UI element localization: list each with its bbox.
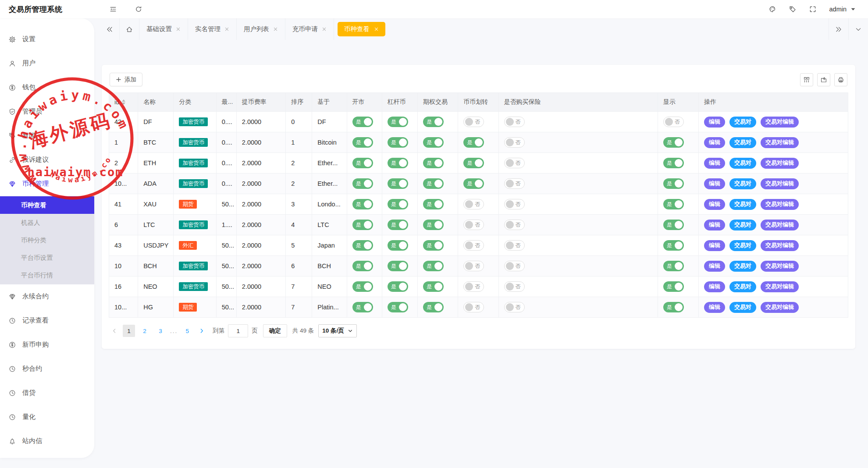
pairs-edit-button[interactable]: 交易对编辑: [761, 240, 799, 251]
toggle-option[interactable]: 是: [423, 220, 444, 230]
tabs-scroll-left-icon[interactable]: [100, 18, 120, 40]
toggle-option[interactable]: 是: [423, 199, 444, 209]
toggle-lever[interactable]: 是: [388, 137, 408, 148]
toggle-lever[interactable]: 是: [388, 302, 408, 312]
toggle-open[interactable]: 是: [352, 261, 373, 271]
toggle-transfer[interactable]: 否: [463, 281, 484, 292]
sidebar-item-lending[interactable]: 借贷: [0, 381, 94, 405]
sidebar-subitem-coin-category[interactable]: 币种分类: [0, 231, 94, 249]
toggle-lever[interactable]: 是: [388, 240, 408, 251]
toggle-show[interactable]: 否: [663, 117, 684, 127]
toggle-lever[interactable]: 是: [388, 199, 408, 209]
edit-button[interactable]: 编辑: [704, 158, 725, 169]
pairs-button[interactable]: 交易对: [729, 158, 756, 169]
page-number-3[interactable]: 3: [154, 325, 167, 337]
toggle-lever[interactable]: 是: [388, 117, 408, 127]
print-button[interactable]: [834, 73, 847, 86]
edit-button[interactable]: 编辑: [704, 302, 725, 313]
sidebar-item-settings[interactable]: 设置: [0, 27, 94, 51]
toggle-insurance[interactable]: 否: [504, 220, 525, 230]
toggle-open[interactable]: 是: [352, 117, 373, 127]
toggle-insurance[interactable]: 否: [504, 281, 525, 292]
tab-deposit-request[interactable]: 充币申请: [285, 18, 334, 40]
pairs-button[interactable]: 交易对: [729, 261, 756, 272]
sidebar-item-wallet[interactable]: 钱包: [0, 75, 94, 99]
toggle-option[interactable]: 是: [423, 240, 444, 251]
toggle-open[interactable]: 是: [352, 281, 373, 292]
toggle-transfer[interactable]: 否: [463, 117, 484, 127]
admin-menu[interactable]: admin: [829, 6, 857, 13]
close-icon[interactable]: [322, 27, 327, 32]
pairs-edit-button[interactable]: 交易对编辑: [761, 178, 799, 189]
page-number-5[interactable]: 5: [181, 325, 193, 337]
close-icon[interactable]: [273, 27, 278, 32]
sidebar-item-admins[interactable]: 管理员: [0, 99, 94, 124]
page-next-icon[interactable]: [197, 328, 206, 334]
toggle-open[interactable]: 是: [352, 220, 373, 230]
toggle-show[interactable]: 是: [663, 158, 684, 168]
toggle-show[interactable]: 是: [663, 178, 684, 189]
toggle-transfer[interactable]: 否: [463, 240, 484, 251]
tab-realname-manage[interactable]: 实名管理: [188, 18, 237, 40]
sidebar-item-site-mail[interactable]: 站内信: [0, 429, 94, 453]
pairs-button[interactable]: 交易对: [729, 281, 756, 292]
tab-basic-settings[interactable]: 基础设置: [139, 18, 188, 40]
sidebar-item-perpetual-contract[interactable]: 永续合约: [0, 284, 94, 308]
sidebar-item-feedback[interactable]: 投诉建议: [0, 148, 94, 172]
toggle-open[interactable]: 是: [352, 240, 373, 251]
add-button[interactable]: 添加: [110, 73, 142, 86]
toggle-transfer[interactable]: 否: [463, 220, 484, 230]
sidebar-subitem-coin-view[interactable]: 币种查看: [0, 196, 94, 214]
tab-coin-view[interactable]: 币种查看: [334, 18, 389, 40]
pairs-button[interactable]: 交易对: [729, 117, 756, 128]
toggle-insurance[interactable]: 否: [504, 158, 525, 168]
toggle-insurance[interactable]: 否: [504, 178, 525, 189]
pairs-edit-button[interactable]: 交易对编辑: [761, 137, 799, 148]
fullscreen-icon[interactable]: [809, 6, 816, 13]
edit-button[interactable]: 编辑: [704, 261, 725, 272]
toggle-show[interactable]: 是: [663, 281, 684, 292]
toggle-show[interactable]: 是: [663, 137, 684, 148]
edit-button[interactable]: 编辑: [704, 178, 725, 189]
page-size-select[interactable]: 10 条/页: [318, 324, 357, 337]
toggle-option[interactable]: 是: [423, 261, 444, 271]
edit-button[interactable]: 编辑: [704, 220, 725, 230]
page-number-1[interactable]: 1: [123, 325, 135, 337]
toggle-transfer[interactable]: 否: [463, 302, 484, 312]
toggle-open[interactable]: 是: [352, 302, 373, 312]
toggle-show[interactable]: 是: [663, 261, 684, 271]
sort-icon[interactable]: [122, 99, 125, 105]
toggle-transfer[interactable]: 是: [463, 137, 484, 148]
sidebar-item-second-contract[interactable]: 秒合约: [0, 357, 94, 381]
refresh-icon[interactable]: [135, 6, 142, 13]
toggle-transfer[interactable]: 否: [463, 199, 484, 209]
pairs-edit-button[interactable]: 交易对编辑: [761, 117, 799, 128]
pairs-edit-button[interactable]: 交易对编辑: [761, 302, 799, 313]
close-icon[interactable]: [374, 27, 379, 32]
sidebar-item-users[interactable]: 用户: [0, 51, 94, 75]
toggle-insurance[interactable]: 否: [504, 240, 525, 251]
sidebar-subitem-platform-coin-settings[interactable]: 平台币设置: [0, 249, 94, 266]
pairs-button[interactable]: 交易对: [729, 137, 756, 148]
pairs-button[interactable]: 交易对: [729, 302, 756, 313]
pairs-button[interactable]: 交易对: [729, 240, 756, 251]
columns-button[interactable]: [800, 73, 813, 86]
sidebar-item-new-coin-subscribe[interactable]: 新币申购: [0, 333, 94, 357]
toggle-insurance[interactable]: 否: [504, 302, 525, 312]
toggle-lever[interactable]: 是: [388, 178, 408, 189]
pairs-button[interactable]: 交易对: [729, 199, 756, 210]
pairs-edit-button[interactable]: 交易对编辑: [761, 199, 799, 210]
toggle-transfer[interactable]: 否: [463, 261, 484, 271]
sidebar-subitem-platform-coin-market[interactable]: 平台币行情: [0, 266, 94, 284]
toggle-insurance[interactable]: 否: [504, 137, 525, 148]
toggle-lever[interactable]: 是: [388, 261, 408, 271]
toggle-lever[interactable]: 是: [388, 220, 408, 230]
edit-button[interactable]: 编辑: [704, 117, 725, 128]
toggle-insurance[interactable]: 否: [504, 261, 525, 271]
pairs-edit-button[interactable]: 交易对编辑: [761, 220, 799, 230]
close-icon[interactable]: [176, 27, 181, 32]
toggle-lever[interactable]: 是: [388, 281, 408, 292]
edit-button[interactable]: 编辑: [704, 199, 725, 210]
jump-page-input[interactable]: [228, 324, 248, 337]
edit-button[interactable]: 编辑: [704, 281, 725, 292]
